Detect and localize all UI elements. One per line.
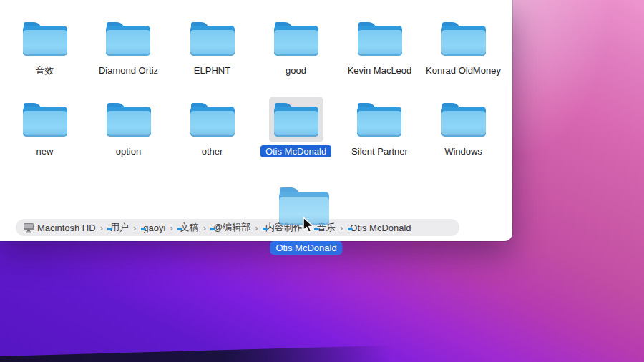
folder-icon [269,97,323,142]
path-label: 用户 [110,221,129,234]
folder-icon [185,97,240,142]
folder-label: other [199,145,226,157]
path-item-editorial[interactable]: @编辑部 [210,221,250,234]
wallpaper-light-band [509,0,617,165]
folder-icon [352,97,406,142]
folder-item-selected[interactable]: Otis McDonald [260,97,331,157]
folder-icon [101,16,155,62]
path-label: gaoyi [143,222,165,233]
folder-item[interactable]: ELPHNT [185,16,240,77]
mouse-cursor [301,217,316,234]
chevron-right-icon: › [133,222,136,233]
folder-item[interactable]: option [102,97,156,157]
path-item-macintosh-hd[interactable]: Macintosh HD [23,222,96,233]
folder-icon [436,97,491,142]
folder-icon [18,97,72,142]
computer-icon [23,222,34,233]
path-item-gaoyi[interactable]: gaoyi [140,222,165,233]
folder-label: ELPHNT [191,64,233,77]
folder-grid: 音效 Diamond Ortiz ELPHNT good Kevin MacLe… [3,16,505,157]
folder-icon [353,16,407,62]
path-label: @编辑部 [213,221,250,234]
folder-item[interactable]: Kevin MacLeod [345,16,415,77]
folder-item[interactable]: good [269,16,323,77]
folder-item[interactable]: Konrad OldMoney [423,16,504,77]
folder-item[interactable]: Diamond Ortiz [96,16,161,77]
folder-label: Windows [441,145,485,157]
wallpaper-dark-wave [0,345,414,362]
drag-label: Otis McDonald [270,241,342,255]
folder-label: Silent Partner [348,145,411,157]
path-item-documents[interactable]: 文稿 [177,221,199,234]
path-item-otis-mcdonald[interactable]: Otis McDonald [347,222,411,233]
path-label: 文稿 [180,221,199,234]
chevron-right-icon: › [255,222,258,233]
folder-icon [185,16,240,62]
folder-label: Diamond Ortiz [96,64,161,77]
folder-icon [269,16,323,62]
folder-label: new [34,145,57,157]
path-label: Otis McDonald [350,222,411,233]
path-bar: Macintosh HD › 用户 › gaoyi › 文稿 › @编辑部 › … [16,219,459,236]
folder-icon [18,16,72,62]
folder-item[interactable]: Windows [436,97,491,157]
chevron-right-icon: › [203,222,206,233]
finder-window: 音效 Diamond Ortiz ELPHNT good Kevin MacLe… [0,0,512,241]
chevron-right-icon: › [340,222,343,233]
chevron-right-icon: › [170,222,172,233]
folder-label: Otis McDonald [260,145,331,157]
folder-item[interactable]: Silent Partner [348,97,411,157]
folder-label: option [113,145,144,157]
folder-item[interactable]: new [18,97,72,157]
folder-label: Konrad OldMoney [423,64,504,77]
path-item-users[interactable]: 用户 [107,221,129,234]
folder-icon [102,97,156,142]
folder-label: Kevin MacLeod [345,64,415,77]
chevron-right-icon: › [100,222,103,233]
folder-label: good [283,64,309,77]
folder-label: 音效 [33,64,57,77]
folder-icon [436,16,491,62]
path-label: Macintosh HD [37,222,96,233]
folder-item[interactable]: 音效 [18,16,72,77]
folder-item[interactable]: other [185,97,240,157]
